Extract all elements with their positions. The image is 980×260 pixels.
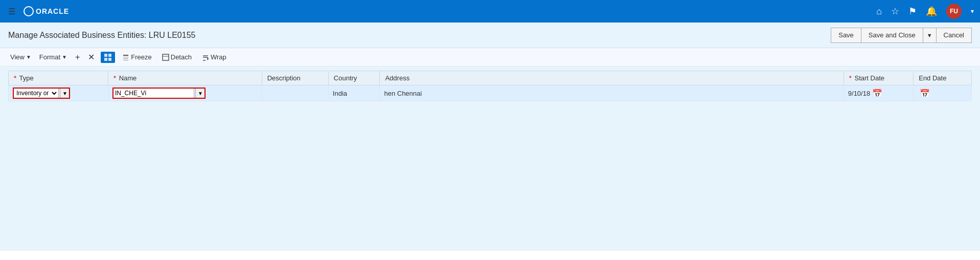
view-button[interactable]: View ▼	[8, 52, 33, 62]
toolbar: View ▼ Format ▼ + ✕ Freeze Detach	[0, 48, 980, 67]
start-date-cell: 9/10/18 📅	[848, 89, 909, 98]
col-start-date: * Start Date	[844, 71, 913, 85]
wrap-icon	[202, 54, 209, 61]
nav-left: ☰ ORACLE	[6, 6, 69, 17]
oracle-logo-text: ORACLE	[36, 7, 69, 15]
svg-rect-1	[108, 54, 111, 57]
wrap-button[interactable]: Wrap	[199, 52, 230, 62]
save-button[interactable]: Save	[831, 28, 861, 43]
format-arrow-icon: ▼	[62, 54, 67, 60]
favorites-icon[interactable]: ☆	[891, 6, 899, 17]
name-select-group: ▼	[112, 88, 206, 99]
table-header: * Type * Name Description Country Addres	[9, 71, 972, 85]
svg-rect-0	[104, 54, 107, 57]
type-select-group: Inventory or ▼	[13, 88, 70, 99]
oracle-logo: ORACLE	[24, 6, 69, 16]
detach-icon	[162, 54, 169, 61]
page-title: Manage Associated Business Entities: LRU…	[8, 31, 195, 40]
svg-rect-3	[108, 58, 111, 61]
user-chevron-icon[interactable]: ▾	[971, 8, 974, 15]
cell-country: India	[328, 85, 380, 101]
col-address: Address	[380, 71, 844, 85]
add-row-button[interactable]: +	[73, 52, 82, 63]
type-select-arrow-button[interactable]: ▼	[60, 88, 70, 99]
bell-icon[interactable]: 🔔	[926, 6, 937, 17]
name-select-arrow-button[interactable]: ▼	[195, 88, 206, 99]
cell-type: Inventory or ▼	[9, 85, 108, 101]
table-body: Inventory or ▼ ▼	[9, 85, 972, 101]
delete-row-button[interactable]: ✕	[86, 51, 97, 63]
col-name: * Name	[108, 71, 262, 85]
type-select[interactable]: Inventory or	[13, 88, 59, 99]
page-header: Manage Associated Business Entities: LRU…	[0, 23, 980, 48]
col-end-date: End Date	[914, 71, 972, 85]
data-table: * Type * Name Description Country Addres	[8, 71, 972, 101]
col-description: Description	[262, 71, 328, 85]
detach-button[interactable]: Detach	[159, 52, 195, 62]
cell-end-date: 📅	[914, 85, 972, 101]
svg-rect-2	[104, 58, 107, 61]
save-close-dropdown-button[interactable]: ▼	[923, 28, 937, 43]
flag-icon[interactable]: ⚑	[908, 6, 917, 17]
start-date-calendar-icon[interactable]: 📅	[872, 89, 882, 98]
col-country: Country	[328, 71, 380, 85]
grid-view-icon	[104, 53, 112, 61]
svg-rect-7	[123, 60, 128, 60]
format-button[interactable]: Format ▼	[37, 52, 69, 62]
svg-rect-4	[123, 55, 128, 56]
save-close-group: Save and Close ▼	[861, 28, 937, 43]
col-type: * Type	[9, 71, 108, 85]
cell-description[interactable]	[262, 85, 328, 101]
table-row: Inventory or ▼ ▼	[9, 85, 972, 101]
name-input[interactable]	[112, 88, 194, 99]
svg-rect-8	[163, 54, 169, 60]
content-area: * Type * Name Description Country Addres	[0, 67, 980, 251]
nav-right: ⌂ ☆ ⚑ 🔔 FU ▾	[876, 4, 974, 19]
save-close-button[interactable]: Save and Close	[861, 28, 923, 43]
header-row: * Type * Name Description Country Addres	[9, 71, 972, 85]
home-icon[interactable]: ⌂	[876, 6, 882, 17]
active-view-button[interactable]	[101, 52, 115, 63]
view-arrow-icon: ▼	[26, 54, 31, 60]
header-actions: Save Save and Close ▼ Cancel	[831, 28, 972, 43]
top-navigation: ☰ ORACLE ⌂ ☆ ⚑ 🔔 FU ▾	[0, 0, 980, 23]
hamburger-menu-icon[interactable]: ☰	[6, 6, 17, 17]
cell-start-date: 9/10/18 📅	[844, 85, 913, 101]
freeze-icon	[122, 54, 129, 61]
freeze-button[interactable]: Freeze	[119, 52, 154, 62]
table-area: * Type * Name Description Country Addres	[0, 67, 980, 105]
cell-address: hen Chennai	[380, 85, 844, 101]
cancel-button[interactable]: Cancel	[937, 28, 972, 43]
oracle-logo-circle	[24, 6, 34, 16]
end-date-cell: 📅	[918, 89, 967, 98]
svg-rect-5	[123, 57, 128, 57]
user-avatar[interactable]: FU	[946, 4, 962, 19]
svg-rect-6	[123, 58, 128, 59]
cell-name: ▼	[108, 85, 262, 101]
end-date-calendar-icon[interactable]: 📅	[920, 89, 930, 98]
